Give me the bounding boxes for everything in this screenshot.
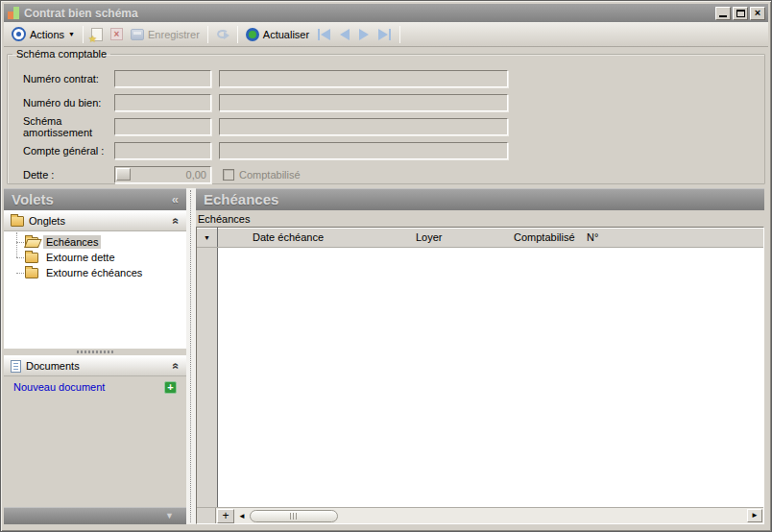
form-row-compte-general: Compte général :	[8, 138, 764, 162]
form-row-numero-bien: Numéro du bien:	[8, 90, 764, 114]
field-label: Schéma amortissement	[8, 115, 114, 138]
minimize-button[interactable]	[715, 7, 731, 20]
collapse-section-icon[interactable]: «	[170, 218, 183, 225]
previous-record-button[interactable]	[335, 25, 354, 44]
hscrollbar-thumb[interactable]	[250, 510, 338, 522]
actions-menu-button[interactable]: Actions ▼	[8, 24, 79, 45]
column-header-date-echeance[interactable]: Date échéance	[218, 228, 410, 247]
new-document-link[interactable]: Nouveau document	[13, 381, 164, 393]
column-header-loyer[interactable]: Loyer	[410, 228, 510, 247]
delete-icon: ×	[110, 28, 123, 40]
collapse-section-icon[interactable]: «	[170, 363, 183, 370]
save-button[interactable]: Enregistrer	[127, 24, 204, 45]
grid-body[interactable]	[197, 248, 763, 507]
volets-header: Volets «	[4, 188, 186, 210]
toolbar-separator	[399, 26, 400, 43]
schema-amortissement-code-field[interactable]	[114, 118, 211, 135]
numero-bien-name-field[interactable]	[219, 94, 508, 111]
documents-label: Documents	[26, 360, 168, 372]
grid-header-row: ▼ Date échéance Loyer Comptabilisé N°	[197, 228, 763, 248]
first-record-icon	[318, 29, 320, 40]
open-folder-icon	[25, 237, 38, 248]
add-row-button[interactable]: +	[217, 509, 234, 523]
numero-bien-code-field[interactable]	[114, 94, 211, 111]
toolbar-separator	[237, 26, 238, 43]
document-icon	[11, 360, 21, 373]
next-record-button[interactable]	[354, 25, 374, 44]
groupbox-legend: Schéma comptable	[12, 48, 110, 60]
field-label: Dette :	[8, 169, 114, 181]
dette-amount-field[interactable]: 0,00	[114, 166, 211, 183]
schema-amortissement-name-field[interactable]	[219, 118, 508, 135]
volets-title: Volets	[12, 191, 54, 207]
delete-button[interactable]: ×	[107, 24, 127, 45]
compte-general-name-field[interactable]	[219, 142, 508, 159]
main-toolbar: Actions ▼ ★ × Enregistrer Actualiser	[4, 22, 768, 47]
grid-scroll-row: + ◄ ►	[197, 507, 763, 523]
onglets-section-header[interactable]: Onglets «	[4, 210, 186, 231]
field-label: Numéro du bien:	[8, 97, 114, 109]
collapsed-panel-bar[interactable]: ▼	[4, 507, 186, 524]
onglets-label: Onglets	[29, 215, 168, 227]
tree-item-extourne-echeances[interactable]: Extourne échéances	[10, 265, 186, 280]
close-button[interactable]: ×	[750, 7, 765, 20]
collapse-panel-icon[interactable]: «	[172, 192, 179, 206]
app-icon	[7, 6, 20, 20]
echeances-grid: ▼ Date échéance Loyer Comptabilisé N° + …	[196, 227, 764, 524]
compte-general-code-field[interactable]	[114, 142, 211, 159]
onglets-tree: Echéances Extourne dette Extourne échéan…	[4, 231, 186, 349]
new-document-icon: ★	[91, 28, 103, 41]
tree-item-label: Extourne dette	[43, 251, 118, 264]
add-document-button[interactable]: +	[164, 381, 177, 394]
first-record-button[interactable]	[313, 25, 335, 44]
toolbar-separator	[207, 26, 208, 43]
first-record-icon	[321, 29, 330, 40]
scroll-corner-stub	[197, 508, 216, 523]
column-header-numero[interactable]: N°	[585, 228, 763, 247]
comptabilise-checkbox-group: Comptabilisé	[223, 169, 301, 181]
schema-comptable-groupbox: Schéma comptable Numéro contrat: Numéro …	[7, 48, 765, 184]
scroll-right-button[interactable]: ►	[747, 509, 762, 522]
tree-item-extourne-dette[interactable]: Extourne dette	[10, 250, 186, 265]
grid-filter-button[interactable]: ▼	[197, 228, 218, 247]
dette-value: 0,00	[131, 169, 209, 181]
save-icon	[131, 29, 144, 40]
chevron-down-icon: ▼	[68, 31, 75, 37]
comptabilise-checkbox[interactable]	[223, 169, 234, 181]
last-record-button[interactable]	[374, 25, 396, 44]
maximize-button[interactable]	[733, 7, 748, 20]
new-document-row: Nouveau document +	[4, 376, 186, 398]
folder-icon	[25, 268, 38, 278]
thumb-grip-icon	[290, 513, 298, 520]
panel-splitter-handle[interactable]	[4, 349, 186, 355]
save-label: Enregistrer	[148, 29, 200, 40]
tree-item-echeances[interactable]: Echéances	[10, 234, 186, 250]
new-button[interactable]: ★	[87, 24, 107, 45]
row-selector-column	[197, 248, 218, 507]
close-icon: ×	[755, 8, 760, 18]
panel-filler	[4, 398, 186, 507]
sync-button[interactable]	[212, 24, 233, 45]
last-record-icon	[389, 29, 391, 40]
field-label: Compte général :	[8, 145, 114, 157]
vertical-splitter[interactable]	[186, 188, 196, 524]
folder-icon	[11, 216, 24, 227]
app-window: Contrat bien schéma × Actions ▼ ★ × Enre…	[0, 0, 772, 532]
documents-section-header[interactable]: Documents «	[4, 355, 186, 376]
previous-record-icon	[340, 29, 350, 40]
numero-contrat-code-field[interactable]	[114, 70, 211, 87]
field-label: Numéro contrat:	[8, 73, 114, 85]
column-header-comptabilise[interactable]: Comptabilisé	[510, 228, 585, 247]
refresh-label: Actualiser	[263, 29, 309, 40]
scroll-left-icon[interactable]: ◄	[234, 512, 250, 520]
tree-item-label: Echéances	[43, 235, 101, 249]
expand-down-icon: ▼	[165, 511, 174, 520]
form-row-dette: Dette : 0,00 Comptabilisé	[8, 162, 764, 186]
grid-caption: Echéances	[198, 213, 250, 225]
comptabilise-label: Comptabilisé	[239, 169, 301, 181]
refresh-button[interactable]: Actualiser	[242, 24, 313, 45]
actions-icon	[12, 27, 26, 41]
dette-lookup-button[interactable]	[116, 168, 131, 181]
refresh-icon	[246, 28, 259, 41]
numero-contrat-name-field[interactable]	[219, 70, 508, 87]
